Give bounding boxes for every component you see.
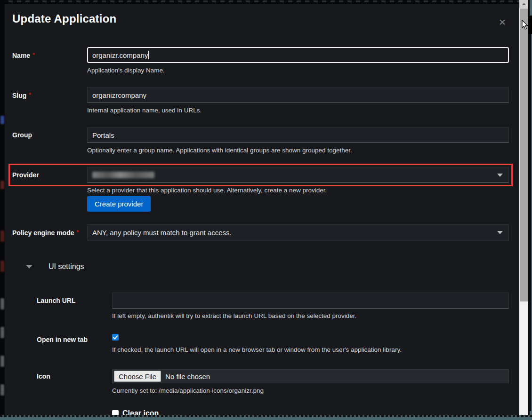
text-caret: [148, 51, 149, 59]
icon-label: Icon: [37, 369, 112, 415]
slug-field-row: Slug* organizrcompany Internal applicati…: [12, 87, 509, 114]
background-fragment: [0, 181, 4, 189]
open-in-new-tab-help-text: If checked, the launch URL will open in …: [112, 346, 509, 354]
vertical-scrollbar[interactable]: [519, 0, 528, 420]
name-input-value: organizr.company: [92, 51, 148, 59]
required-asterisk: *: [29, 92, 31, 98]
chevron-down-icon: [497, 231, 503, 234]
launch-url-label: Launch URL: [37, 293, 112, 320]
open-in-new-tab-row: Open in new tab If checked, the launch U…: [37, 333, 509, 354]
group-input[interactable]: Portals: [87, 127, 509, 143]
provider-field-row: Provider Select a provider that this app…: [12, 167, 509, 194]
slug-label: Slug*: [12, 87, 87, 114]
choose-file-button[interactable]: Choose File: [114, 371, 161, 382]
application-form: Name* organizr.company Application's dis…: [12, 47, 509, 415]
chevron-down-icon[interactable]: [26, 265, 32, 269]
launch-url-input[interactable]: [112, 293, 509, 309]
bottom-edge-teal: [0, 417, 532, 420]
open-in-new-tab-checkbox[interactable]: [112, 334, 119, 341]
close-icon[interactable]: ✕: [499, 18, 506, 27]
icon-help-text: Currently set to: /media/application-ico…: [112, 387, 509, 395]
open-in-new-tab-label: Open in new tab: [37, 333, 112, 354]
slug-input-value: organizrcompany: [92, 91, 146, 99]
provider-redacted-value: [92, 172, 154, 178]
scrollbar-thumb[interactable]: [520, 8, 528, 301]
clear-icon-label: Clear icon: [122, 409, 159, 415]
name-field-row: Name* organizr.company Application's dis…: [12, 47, 509, 74]
slug-help-text: Internal application name, used in URLs.: [87, 107, 509, 114]
slug-input[interactable]: organizrcompany: [87, 87, 509, 103]
background-fragment: [0, 261, 4, 272]
right-edge-notch: [528, 16, 532, 34]
background-page-sliver: [0, 0, 5, 420]
background-fragment: [0, 298, 4, 309]
group-label: Group: [12, 127, 87, 154]
update-application-modal: Update Application ✕ Name* organizr.comp…: [5, 4, 519, 415]
provider-select[interactable]: [87, 167, 509, 183]
name-help-text: Application's display Name.: [87, 67, 509, 74]
right-edge-strip: [528, 0, 532, 420]
clear-icon-row: Clear icon: [112, 409, 509, 415]
selection-dash-top: [0, 0, 532, 2]
icon-file-input[interactable]: Choose File No file chosen: [112, 369, 509, 383]
launch-url-row: Launch URL If left empty, authentik will…: [37, 293, 509, 320]
group-help-text: Optionally enter a group name. Applicati…: [87, 147, 509, 154]
icon-field-row: Icon Choose File No file chosen Currentl…: [37, 369, 509, 415]
provider-label: Provider: [12, 167, 87, 194]
modal-title: Update Application: [12, 12, 509, 25]
name-input[interactable]: organizr.company: [87, 47, 509, 63]
policy-engine-mode-row: Policy engine mode* ANY, any policy must…: [12, 224, 509, 241]
required-asterisk: *: [76, 229, 79, 236]
policy-engine-mode-label: Policy engine mode*: [12, 224, 87, 241]
chevron-down-icon: [497, 174, 503, 177]
ui-settings-section-header[interactable]: UI settings: [26, 262, 509, 271]
scrollbar-up-button[interactable]: [519, 0, 528, 8]
arrow-up-icon: [522, 3, 526, 5]
group-field-row: Group Portals Optionally enter a group n…: [12, 127, 509, 154]
file-status-text: No file chosen: [165, 372, 210, 380]
background-fragment: [0, 230, 4, 242]
clear-icon-checkbox[interactable]: [112, 410, 119, 415]
background-fragment: [0, 356, 4, 367]
policy-engine-mode-select[interactable]: ANY, any policy must match to grant acce…: [87, 224, 509, 240]
background-fragment: [0, 384, 4, 396]
ui-settings-label: UI settings: [48, 262, 84, 271]
create-provider-button[interactable]: Create provider: [87, 196, 151, 212]
launch-url-help-text: If left empty, authentik will try to ext…: [112, 312, 509, 320]
group-input-value: Portals: [92, 131, 114, 139]
provider-help-text: Select a provider that this application …: [87, 187, 509, 194]
name-label: Name*: [12, 47, 87, 74]
create-provider-row: Create provider: [12, 194, 509, 212]
required-asterisk: *: [32, 52, 35, 58]
policy-engine-mode-value: ANY, any policy must match to grant acce…: [92, 229, 232, 237]
background-fragment: [0, 327, 4, 338]
ui-settings-group: Launch URL If left empty, authentik will…: [12, 293, 509, 415]
right-edge-teal-top: [530, 0, 532, 16]
background-fragment: [0, 116, 4, 124]
